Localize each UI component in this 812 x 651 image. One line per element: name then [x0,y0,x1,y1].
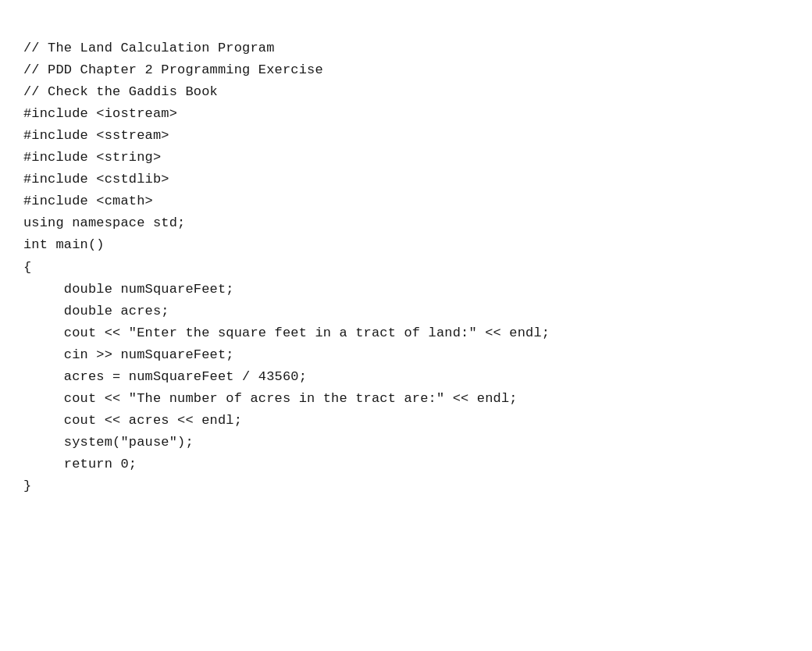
code-line-line6: #include <sstream> [23,125,789,147]
code-line-line7: #include <string> [23,147,789,169]
code-line-line3: // Check the Gaddis Book [23,81,789,103]
code-line-line1: // The Land Calculation Program [23,37,789,59]
code-line-line20: cin >> numSquareFeet; [23,344,789,366]
code-line-line5: #include <iostream> [23,103,789,125]
code-line-line16: double numSquareFeet; [23,279,789,301]
code-line-line22: cout << "The number of acres in the trac… [23,388,789,410]
code-line-line17: double acres; [23,301,789,322]
code-editor: // The Land Calculation Program// PDD Ch… [23,16,789,497]
code-line-line11: using namespace std; [23,212,789,234]
code-line-line13: int main() [23,234,789,256]
code-line-line21: acres = numSquareFeet / 43560; [23,366,789,388]
code-line-line27: } [23,475,789,497]
code-line-line19: cout << "Enter the square feet in a trac… [23,322,789,344]
code-line-line14: { [23,257,789,279]
code-line-line25: system("pause"); [23,432,789,454]
code-line-line8: #include <cstdlib> [23,169,789,190]
code-line-line23: cout << acres << endl; [23,410,789,432]
code-line-line2: // PDD Chapter 2 Programming Exercise [23,59,789,81]
code-line-line9: #include <cmath> [23,190,789,212]
code-line-line26: return 0; [23,454,789,475]
